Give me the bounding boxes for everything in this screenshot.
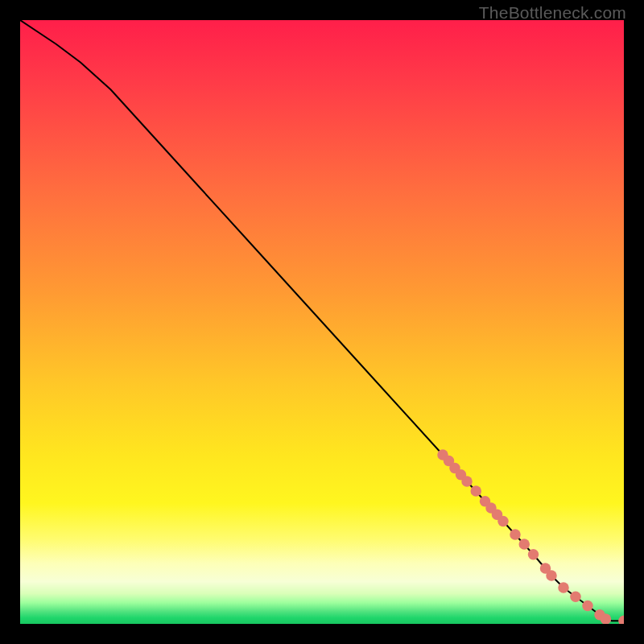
data-marker xyxy=(471,485,482,497)
data-marker xyxy=(570,592,581,603)
data-marker xyxy=(497,516,509,527)
data-marker xyxy=(519,539,530,550)
data-marker xyxy=(594,609,605,621)
data-marker xyxy=(461,476,473,487)
data-marker xyxy=(540,563,551,574)
data-marker xyxy=(449,463,460,474)
data-marker xyxy=(528,549,539,560)
data-marker xyxy=(456,469,467,481)
data-marker xyxy=(601,613,612,624)
data-marker xyxy=(546,570,557,581)
chart-frame: TheBottleneck.com xyxy=(0,0,644,644)
data-marker xyxy=(485,502,497,514)
markers-group xyxy=(437,449,624,624)
data-marker xyxy=(437,449,448,460)
plot-area xyxy=(20,20,624,624)
data-marker xyxy=(492,510,503,521)
data-marker xyxy=(618,616,624,625)
data-marker xyxy=(582,601,593,612)
data-marker xyxy=(480,496,491,507)
data-marker xyxy=(558,582,569,593)
curve-svg xyxy=(20,20,624,624)
data-marker xyxy=(444,456,455,467)
data-marker xyxy=(510,529,521,540)
bottleneck-curve xyxy=(20,20,624,621)
